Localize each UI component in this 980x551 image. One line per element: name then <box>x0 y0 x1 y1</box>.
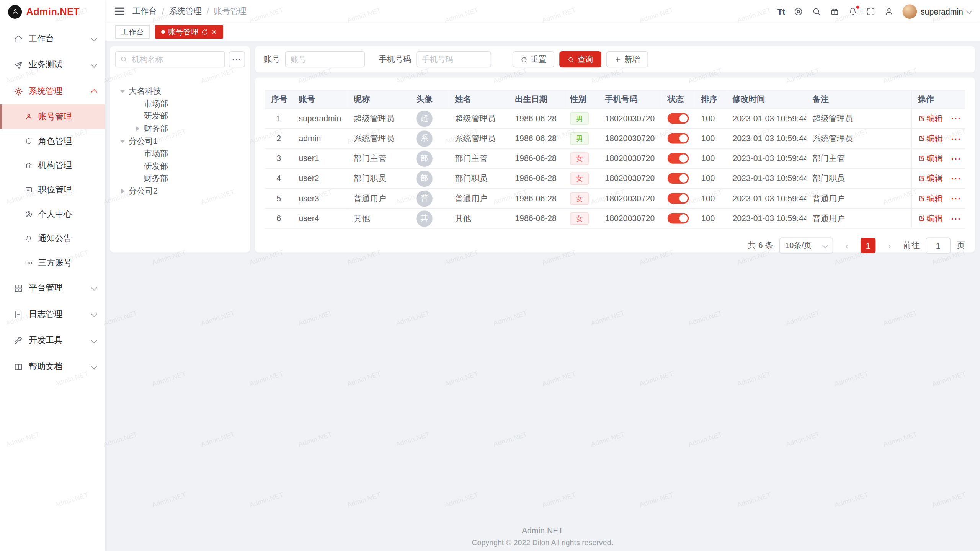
page-number-button[interactable]: 1 <box>861 238 875 253</box>
sidebar-item-position-mgmt[interactable]: 职位管理 <box>0 178 105 202</box>
cell-gender: 男 <box>564 108 599 128</box>
query-button[interactable]: 查询 <box>559 51 601 67</box>
sidebar-item-label: 机构管理 <box>38 160 72 171</box>
cell-birth: 1986-06-28 <box>509 108 564 128</box>
tree-node[interactable]: 财务部 <box>115 173 245 185</box>
phone-label: 手机号码 <box>379 54 411 65</box>
account-input[interactable] <box>286 55 364 64</box>
pagination: 共 6 条 10条/页 ‹ 1 › 前往 页 <box>265 237 965 253</box>
user-menu[interactable]: superadmin <box>903 4 971 19</box>
breadcrumb-item[interactable]: 系统管理 <box>169 6 202 17</box>
table-row: 2 admin 系统管理员 系 系统管理员 1986-06-28 男 18020… <box>265 129 965 148</box>
close-icon[interactable]: × <box>212 28 216 36</box>
sidebar-item-platform-mgmt[interactable]: 平台管理 <box>0 275 105 301</box>
theme-icon[interactable] <box>794 7 803 16</box>
edit-button[interactable]: 编辑 <box>918 213 943 224</box>
more-actions-button[interactable]: ··· <box>951 194 961 204</box>
cell-name: 普通用户 <box>449 188 509 208</box>
breadcrumb: 工作台 / 系统管理 / 账号管理 <box>132 6 247 17</box>
tree-node[interactable]: 研发部 <box>115 160 245 173</box>
sidebar-item-system-mgmt[interactable]: 系统管理 <box>0 78 105 104</box>
cell-account: admin <box>292 129 348 148</box>
fullscreen-icon[interactable] <box>866 7 875 16</box>
sidebar-item-account-mgmt[interactable]: 账号管理 <box>0 104 105 129</box>
more-actions-button[interactable]: ··· <box>951 174 961 184</box>
col-nickname: 昵称 <box>348 90 410 108</box>
sidebar-item-profile-center[interactable]: 个人中心 <box>0 202 105 226</box>
font-size-icon[interactable]: Tt <box>777 7 785 16</box>
phone-input[interactable] <box>417 55 491 64</box>
cell-no: 1 <box>265 108 292 128</box>
user-settings-icon[interactable] <box>884 7 893 16</box>
edit-button[interactable]: 编辑 <box>918 133 943 144</box>
sidebar-item-label: 系统管理 <box>29 86 86 97</box>
add-label: 新增 <box>624 54 640 65</box>
more-actions-button[interactable]: ··· <box>951 134 961 143</box>
edit-button[interactable]: 编辑 <box>918 153 943 164</box>
sidebar-item-third-party-account[interactable]: 三方账号 <box>0 251 105 275</box>
logo-icon <box>8 5 22 18</box>
status-toggle[interactable] <box>668 173 689 184</box>
caret-right-icon[interactable] <box>119 189 126 194</box>
tree-node-label: 财务部 <box>144 173 168 184</box>
edit-button[interactable]: 编辑 <box>918 193 943 204</box>
more-actions-button[interactable]: ··· <box>951 114 961 124</box>
avatar <box>903 4 917 19</box>
status-toggle[interactable] <box>668 193 689 204</box>
notification-bell-icon[interactable] <box>848 7 858 16</box>
status-toggle[interactable] <box>668 213 689 224</box>
edit-button[interactable]: 编辑 <box>918 113 943 124</box>
org-name-input[interactable] <box>116 55 224 64</box>
hamburger-menu-icon[interactable] <box>114 11 126 12</box>
search-icon[interactable] <box>812 7 821 16</box>
sidebar-item-org-mgmt[interactable]: 机构管理 <box>0 153 105 178</box>
tree-node[interactable]: 分公司2 <box>115 185 245 197</box>
tree-node[interactable]: 分公司1 <box>115 135 245 148</box>
status-toggle[interactable] <box>668 113 689 124</box>
refresh-icon[interactable] <box>201 28 208 35</box>
cell-status <box>661 168 695 188</box>
goto-page-input[interactable] <box>926 241 950 250</box>
status-toggle[interactable] <box>668 153 689 164</box>
tab-account-mgmt[interactable]: 账号管理 × <box>155 25 223 39</box>
caret-down-icon[interactable] <box>119 140 126 143</box>
next-page-button[interactable]: › <box>882 238 897 253</box>
avatar: 超 <box>416 110 432 126</box>
tab-workbench[interactable]: 工作台 <box>115 25 150 39</box>
add-button[interactable]: 新增 <box>606 51 648 67</box>
edit-button[interactable]: 编辑 <box>918 173 943 184</box>
tree-node[interactable]: 研发部 <box>115 110 245 122</box>
skin-icon[interactable] <box>830 7 839 16</box>
sidebar-item-notice[interactable]: 通知公告 <box>0 226 105 251</box>
org-more-button[interactable]: ··· <box>229 51 245 67</box>
caret-down-icon[interactable] <box>119 90 126 93</box>
account-section: 账号 手机号码 重置 查询 <box>255 46 975 253</box>
footer-title: Admin.NET <box>105 526 980 535</box>
sidebar-item-help-docs[interactable]: 帮助文档 <box>0 354 105 380</box>
breadcrumb-item[interactable]: 工作台 <box>132 6 157 17</box>
sidebar-item-dev-tools[interactable]: 开发工具 <box>0 328 105 354</box>
tree-node[interactable]: 市场部 <box>115 147 245 160</box>
table-row: 1 superadmin 超级管理员 超 超级管理员 1986-06-28 男 … <box>265 108 965 128</box>
tree-node[interactable]: 财务部 <box>115 122 245 135</box>
more-actions-button[interactable]: ··· <box>951 154 961 163</box>
more-actions-button[interactable]: ··· <box>951 214 961 223</box>
col-no: 序号 <box>265 90 292 108</box>
status-toggle[interactable] <box>668 133 689 144</box>
page-size-select[interactable]: 10条/页 <box>779 237 833 253</box>
reset-button[interactable]: 重置 <box>513 51 554 67</box>
cell-nickname: 普通用户 <box>348 188 410 208</box>
cell-name: 系统管理员 <box>449 129 509 148</box>
tree-node[interactable]: 市场部 <box>115 98 245 110</box>
sidebar-item-role-mgmt[interactable]: 角色管理 <box>0 129 105 153</box>
caret-right-icon[interactable] <box>134 126 141 131</box>
sidebar-item-log-mgmt[interactable]: 日志管理 <box>0 301 105 328</box>
edit-label: 编辑 <box>926 153 942 164</box>
cell-birth: 1986-06-28 <box>509 208 564 228</box>
prev-page-button[interactable]: ‹ <box>840 238 854 253</box>
sidebar-item-workbench[interactable]: 工作台 <box>0 26 105 52</box>
cell-modified: 2023-01-03 10:59:44 <box>726 168 806 188</box>
tree-node[interactable]: 大名科技 <box>115 85 245 98</box>
sidebar-item-business-test[interactable]: 业务测试 <box>0 52 105 78</box>
sidebar-item-label: 平台管理 <box>29 282 86 293</box>
